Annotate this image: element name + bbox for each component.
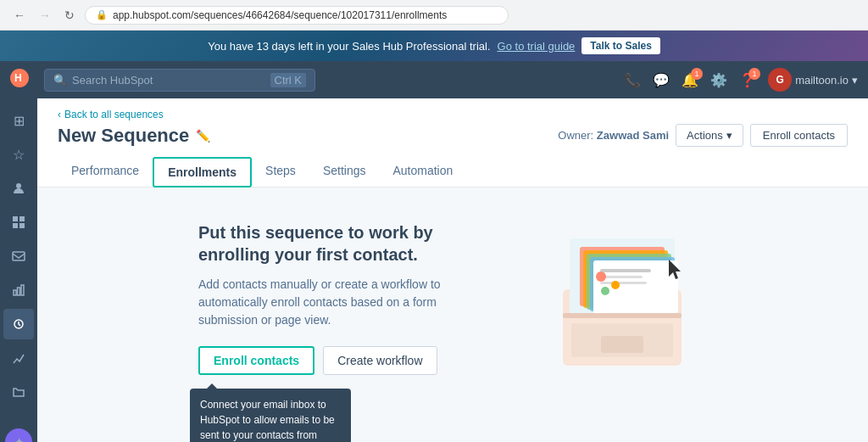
svg-rect-5: [13, 223, 18, 228]
sidebar-item-chart[interactable]: [3, 343, 34, 373]
top-nav: H 🔍 Search HubSpot Ctrl K 📞 💬 🔔 1 ⚙️ ❓ 1…: [0, 61, 868, 98]
search-placeholder: Search HubSpot: [72, 74, 153, 87]
sequence-title-row: New Sequence ✏️ Owner: Zawwad Sami Actio…: [58, 124, 848, 147]
settings-icon[interactable]: ⚙️: [710, 72, 727, 88]
sequence-header: ‹ Back to all sequences New Sequence ✏️ …: [37, 98, 868, 187]
sparkle-icon-button[interactable]: ✦: [5, 428, 32, 442]
sidebar-item-folder[interactable]: [3, 377, 34, 407]
tooltip: Connect your email inbox to HubSpot to a…: [190, 389, 351, 442]
help-icon[interactable]: ❓ 1: [739, 72, 756, 88]
enroll-contacts-button-header[interactable]: Enroll contacts: [750, 124, 848, 147]
edit-title-icon[interactable]: ✏️: [196, 129, 210, 143]
search-shortcut: Ctrl K: [270, 73, 307, 87]
sidebar-item-sequences[interactable]: [3, 309, 34, 339]
user-name: mailtoon.io: [795, 74, 849, 87]
chevron-left-icon: ‹: [58, 109, 61, 120]
svg-rect-29: [601, 336, 643, 353]
back-link-text: Back to all sequences: [64, 109, 164, 120]
enroll-contacts-button[interactable]: Enroll contacts: [198, 346, 314, 375]
lock-icon: 🔒: [96, 9, 108, 20]
svg-point-2: [16, 183, 21, 188]
search-icon: 🔍: [53, 74, 67, 87]
phone-icon[interactable]: 📞: [624, 72, 641, 88]
svg-rect-6: [19, 223, 25, 228]
sidebar: ⊞ ☆ ✦: [0, 98, 37, 442]
svg-rect-20: [600, 269, 651, 272]
svg-rect-3: [13, 216, 18, 221]
tab-automation[interactable]: Automation: [379, 157, 466, 187]
url-text: app.hubspot.com/sequences/46642684/seque…: [113, 9, 447, 21]
svg-rect-9: [18, 288, 20, 295]
hubspot-logo[interactable]: H: [10, 69, 31, 92]
trial-guide-link[interactable]: Go to trial guide: [498, 40, 576, 53]
sidebar-item-home[interactable]: ⊞: [3, 105, 34, 136]
user-menu[interactable]: G mailtoon.io ▾: [768, 68, 858, 92]
svg-point-23: [596, 271, 606, 282]
svg-rect-22: [600, 282, 647, 284]
avatar: G: [768, 68, 792, 92]
sidebar-item-bookmark[interactable]: ☆: [3, 139, 34, 170]
owner-label: Owner: Zawwad Sami: [558, 129, 669, 142]
sidebar-item-inbox[interactable]: [3, 241, 34, 271]
cta-buttons: Enroll contacts Create workflow Connect …: [198, 346, 487, 375]
create-workflow-button[interactable]: Create workflow: [323, 346, 437, 375]
tooltip-arrow: [207, 383, 217, 389]
refresh-btn[interactable]: ↻: [61, 5, 78, 25]
url-bar: ← → ↻ 🔒 app.hubspot.com/sequences/466426…: [0, 0, 868, 31]
svg-rect-21: [600, 276, 643, 278]
cta-description: Add contacts manually or create a workfl…: [198, 276, 487, 329]
forward-btn[interactable]: →: [36, 5, 54, 25]
svg-point-25: [601, 287, 609, 295]
tooltip-text: Connect your email inbox to HubSpot to a…: [200, 399, 335, 442]
tab-enrollments[interactable]: Enrollments: [153, 157, 252, 187]
dropdown-icon: ▾: [726, 129, 732, 142]
svg-rect-7: [13, 252, 25, 260]
actions-button[interactable]: Actions ▾: [676, 124, 743, 147]
tab-performance[interactable]: Performance: [58, 157, 153, 187]
sidebar-item-grid[interactable]: [3, 207, 34, 238]
svg-rect-19: [593, 260, 678, 313]
tab-steps[interactable]: Steps: [252, 157, 309, 187]
sequence-actions: Owner: Zawwad Sami Actions ▾ Enroll cont…: [558, 124, 848, 147]
svg-point-24: [611, 281, 620, 289]
cta-heading: Put this sequence to work by enrolling y…: [198, 221, 487, 266]
back-to-sequences[interactable]: ‹ Back to all sequences: [58, 109, 848, 120]
address-bar[interactable]: 🔒 app.hubspot.com/sequences/46642684/seq…: [85, 6, 509, 25]
svg-rect-8: [14, 290, 16, 295]
svg-rect-10: [21, 285, 24, 295]
chevron-down-icon: ▾: [852, 74, 858, 87]
trial-text: You have 13 days left in your Sales Hub …: [208, 40, 490, 53]
search-bar[interactable]: 🔍 Search HubSpot Ctrl K: [44, 69, 315, 92]
sidebar-item-reports[interactable]: [3, 275, 34, 305]
owner-name: Zawwad Sami: [597, 129, 669, 142]
chat-icon[interactable]: 💬: [653, 72, 670, 88]
svg-rect-4: [19, 216, 25, 221]
sequence-name: New Sequence: [58, 125, 189, 147]
talk-to-sales-button[interactable]: Talk to Sales: [581, 37, 659, 54]
illustration: [537, 221, 707, 374]
help-badge: 1: [748, 68, 760, 80]
nav-icons: 📞 💬 🔔 1 ⚙️ ❓ 1 G mailtoon.io ▾: [624, 68, 858, 92]
back-btn[interactable]: ←: [10, 5, 29, 25]
svg-text:H: H: [14, 72, 22, 84]
notification-badge: 1: [691, 68, 703, 80]
enroll-cta: Put this sequence to work by enrolling y…: [198, 221, 487, 375]
sequence-title: New Sequence ✏️: [58, 125, 210, 147]
svg-rect-27: [563, 313, 682, 318]
tabs: Performance Enrollments Steps Settings A…: [58, 157, 848, 187]
main-content: ‹ Back to all sequences New Sequence ✏️ …: [37, 98, 868, 442]
trial-banner: You have 13 days left in your Sales Hub …: [0, 31, 868, 61]
notifications-icon[interactable]: 🔔 1: [682, 72, 698, 88]
content-area: Put this sequence to work by enrolling y…: [37, 187, 868, 442]
sidebar-item-contacts[interactable]: [3, 173, 34, 204]
tab-settings[interactable]: Settings: [309, 157, 380, 187]
app-layout: ⊞ ☆ ✦ ‹ Back to al: [0, 98, 868, 442]
